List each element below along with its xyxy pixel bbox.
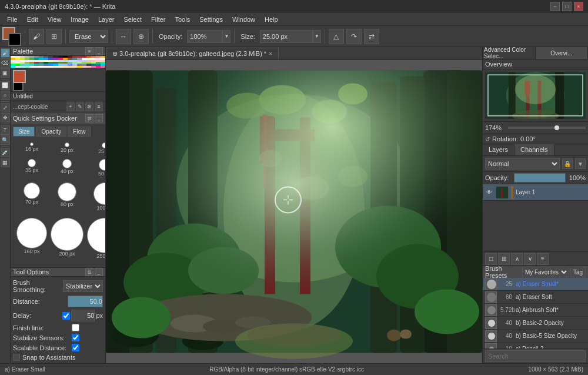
menu-tools[interactable]: Tools [171, 15, 195, 24]
brush-size-100[interactable]: 100 px [86, 181, 105, 215]
tool-options-collapse-button[interactable]: _ [95, 268, 103, 276]
rotation-button[interactable]: ↷ [346, 29, 362, 44]
size-input[interactable] [260, 30, 313, 43]
tool-eraser[interactable]: ⌫ [1, 58, 10, 68]
tool-move[interactable]: ✥ [1, 113, 10, 122]
tool-brush[interactable]: 🖌 [1, 48, 10, 58]
background-color[interactable] [8, 33, 21, 46]
opacity-dropdown-button[interactable]: ▼ [222, 30, 230, 43]
brush-list-item-4[interactable]: 40 b) Basic-5 Size Opacity [483, 330, 588, 343]
minimize-button[interactable]: − [550, 2, 560, 11]
brush-list-item-0[interactable]: 25 a) Eraser Small* [483, 278, 588, 291]
brush-tool-button[interactable]: 🖌 [29, 29, 44, 44]
menu-window[interactable]: Window [228, 15, 260, 24]
brush-list-item-3[interactable]: 40 b) Basic-2 Opacity [483, 317, 588, 330]
brush-search-input[interactable] [485, 350, 586, 362]
overview-thumbnail[interactable] [485, 72, 586, 119]
brush-list-item-2[interactable]: 5.72b a) Airbrush Soft* [483, 304, 588, 317]
menu-filter[interactable]: Filter [146, 15, 170, 24]
palette-add-button[interactable]: + [66, 102, 75, 111]
palette-settings2-button[interactable]: ≡ [95, 102, 103, 111]
tool-transform[interactable]: ⤢ [1, 103, 10, 112]
blend-mode-select[interactable]: Normal Multiply Screen Overlay [485, 158, 560, 170]
brush-size-200[interactable]: 200 px [49, 217, 85, 263]
brush-size-50[interactable]: 50 px [86, 158, 105, 180]
menu-view[interactable]: View [43, 15, 66, 24]
quick-settings-collapse-button[interactable]: _ [95, 114, 103, 122]
tool-eyedropper[interactable]: 💉 [1, 148, 10, 157]
tool-select-ellipse[interactable]: ○ [1, 91, 10, 100]
layer-lock-button[interactable]: 🔒 [562, 158, 573, 169]
opacity-slider[interactable] [514, 173, 566, 182]
menu-image[interactable]: Image [66, 15, 93, 24]
quick-settings-float-button[interactable]: ⊡ [85, 114, 93, 122]
layer-item[interactable]: 👁 Layer 1 [483, 184, 588, 201]
brush-size-40[interactable]: 40 px [49, 158, 85, 180]
brush-presets-favorites-select[interactable]: My Favorites [522, 267, 569, 277]
opacity-input[interactable] [187, 30, 222, 43]
menu-edit[interactable]: Edit [22, 15, 43, 24]
rp-tab-overview[interactable]: Overvi... [536, 47, 589, 59]
layer-delete-button[interactable]: ≡ [537, 253, 549, 265]
layer-add-button[interactable]: □ [485, 253, 497, 265]
layers-tab-layers[interactable]: Layers [483, 144, 514, 155]
tool-zoom[interactable]: 🔍 [1, 135, 10, 145]
rp-tab-advanced-color[interactable]: Advanced Color Selec... [483, 47, 536, 59]
snap-label[interactable]: Snap to Assistants [22, 354, 76, 361]
mirror-h-button[interactable]: ↔ [116, 29, 131, 44]
qs-tab-opacity[interactable]: Opacity [36, 127, 66, 137]
layers-tab-channels[interactable]: Channels [514, 144, 554, 155]
canvas-tab-main[interactable]: ⊕ 3.0-prealpha (git 8c9b10e): galteed.jp… [106, 48, 279, 59]
layer-group-button[interactable]: ⊞ [498, 253, 510, 265]
layer-visibility-toggle[interactable]: 👁 [485, 188, 493, 197]
brush-list-item-5[interactable]: 10 c) Pencil-2 [483, 343, 588, 349]
menu-select[interactable]: Select [119, 15, 146, 24]
palette-edit-button[interactable]: ✎ [76, 102, 84, 111]
palette-collapse-button[interactable]: _ [95, 47, 103, 55]
brush-size-250[interactable]: 250 px [86, 217, 105, 263]
color-grid[interactable] [11, 56, 105, 68]
brush-size-35[interactable]: 35 px [15, 158, 48, 180]
qs-tab-flow[interactable]: Flow [68, 127, 91, 137]
tool-text[interactable]: T [1, 125, 10, 135]
tilt-button[interactable]: △ [329, 29, 344, 44]
tool-gradient[interactable]: ▦ [1, 158, 10, 167]
close-button[interactable]: × [574, 2, 583, 11]
brush-mode-select[interactable]: Erase Normal Behind [69, 30, 108, 43]
size-dropdown-button[interactable]: ▼ [313, 30, 321, 43]
brush-smoothing-select[interactable]: Stabilizer Basic None [63, 280, 103, 292]
brush-size-80[interactable]: 80 px [49, 181, 85, 215]
delay-checkbox[interactable] [62, 312, 70, 320]
canvas-tab-close[interactable]: × [269, 51, 272, 57]
brush-size-20[interactable]: 20 px [49, 141, 85, 157]
menu-layer[interactable]: Layer [93, 15, 119, 24]
flip-button[interactable]: ⇄ [364, 29, 379, 44]
brush-size-16[interactable]: 16 px [15, 141, 48, 157]
brush-size-160[interactable]: 160 px [15, 217, 48, 263]
maximize-button[interactable]: □ [562, 2, 572, 11]
tool-select-rect[interactable]: ⬜ [1, 81, 10, 90]
canvas-viewport[interactable] [106, 60, 482, 363]
menu-help[interactable]: Help [260, 15, 283, 24]
palette-settings-button[interactable]: ≡ [85, 47, 93, 55]
qs-tab-size[interactable]: Size [13, 127, 35, 137]
menu-settings[interactable]: Settings [195, 15, 228, 24]
brush-size-70[interactable]: 70 px [15, 181, 48, 215]
brush-list-item-1[interactable]: 60 a) Eraser Soft [483, 291, 588, 304]
layer-down-button[interactable]: ∨ [524, 253, 536, 265]
tool-fill[interactable]: ▣ [1, 68, 10, 78]
tool-options-float-button[interactable]: ⊡ [85, 268, 93, 276]
delay-input[interactable] [71, 310, 95, 321]
foreground-swatch[interactable] [13, 70, 26, 83]
layer-up-button[interactable]: ∧ [511, 253, 523, 265]
scalable-distance-checkbox[interactable] [72, 344, 79, 351]
layer-more-button[interactable]: ▼ [575, 158, 586, 169]
distance-input[interactable] [68, 296, 103, 307]
brush-size-25[interactable]: 25 px [86, 141, 105, 157]
menu-file[interactable]: File [2, 15, 22, 24]
zoom-slider[interactable] [508, 127, 586, 129]
brush-presets-tag-button[interactable]: Tag [570, 267, 586, 277]
mirror-v-button[interactable]: ⊕ [133, 29, 149, 44]
finish-line-checkbox[interactable] [72, 324, 79, 331]
stabilize-sensors-checkbox[interactable] [72, 334, 79, 341]
